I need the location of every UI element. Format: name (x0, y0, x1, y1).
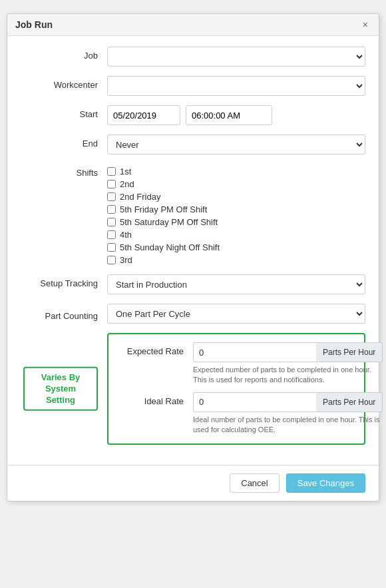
dialog-body: Job Workcenter Start (7, 36, 379, 465)
dialog-header: Job Run × (7, 14, 379, 36)
shift-label-2nd: 2nd (120, 179, 134, 189)
setup-tracking-control: Start in Production (107, 274, 365, 294)
setup-tracking-select[interactable]: Start in Production (107, 274, 365, 294)
dialog-title: Job Run (15, 19, 53, 30)
job-label: Job (21, 47, 107, 61)
shifts-list: 1st 2nd 2nd Friday 5th Friday PM Off Shi… (107, 164, 365, 265)
workcenter-control (107, 76, 365, 96)
list-item: 4th (107, 230, 365, 240)
end-label: End (21, 135, 107, 148)
shifts-row: Shifts 1st 2nd 2nd Friday (21, 164, 365, 265)
shift-checkbox-5th-saturday[interactable] (107, 218, 116, 226)
ideal-rate-control: Parts Per Hour Ideal number of parts to … (193, 392, 383, 436)
list-item: 3rd (107, 255, 365, 265)
shift-checkbox-5th-friday[interactable] (107, 205, 116, 214)
setup-tracking-row: Setup Tracking Start in Production (21, 274, 365, 294)
shift-label-5th-saturday: 5th Saturday PM Off Shift (120, 217, 218, 227)
ideal-rate-input[interactable] (193, 392, 316, 412)
part-counting-row: Part Counting One Part Per Cycle (21, 304, 365, 324)
expected-rate-label: Expected Rate (116, 342, 193, 356)
ideal-rate-input-group: Parts Per Hour (193, 392, 383, 412)
job-control (107, 47, 365, 67)
shift-label-5th-friday: 5th Friday PM Off Shift (120, 204, 207, 214)
expected-rate-description: Expected number of parts to be completed… (193, 365, 383, 386)
shifts-control: 1st 2nd 2nd Friday 5th Friday PM Off Shi… (107, 164, 365, 265)
list-item: 2nd Friday (107, 192, 365, 202)
shift-checkbox-5th-sunday[interactable] (107, 243, 116, 252)
end-control: Never (107, 135, 365, 154)
list-item: 1st (107, 166, 365, 176)
varies-line2: System Setting (45, 383, 76, 404)
shifts-label: Shifts (21, 164, 107, 178)
cancel-button[interactable]: Cancel (230, 473, 279, 493)
rate-highlighted-box: Varies By System Setting Expected Rate P… (107, 333, 365, 445)
job-run-dialog: Job Run × Job Workcenter Start (7, 13, 379, 501)
shift-checkbox-4th[interactable] (107, 230, 116, 239)
shift-checkbox-2nd[interactable] (107, 180, 116, 188)
shift-label-2nd-friday: 2nd Friday (120, 192, 160, 202)
expected-rate-input-group: Parts Per Hour (193, 342, 383, 362)
start-row: Start (21, 105, 365, 125)
end-row: End Never (21, 135, 365, 154)
start-label: Start (21, 105, 107, 119)
expected-rate-addon: Parts Per Hour (316, 342, 383, 362)
expected-rate-input[interactable] (193, 342, 316, 362)
varies-badge: Varies By System Setting (23, 366, 98, 411)
list-item: 2nd (107, 179, 365, 189)
expected-rate-control: Parts Per Hour Expected number of parts … (193, 342, 383, 386)
shift-checkbox-2nd-friday[interactable] (107, 192, 116, 201)
setup-tracking-label: Setup Tracking (21, 274, 107, 288)
ideal-rate-addon: Parts Per Hour (316, 392, 383, 412)
workcenter-select[interactable] (107, 76, 365, 96)
shift-label-3rd: 3rd (120, 255, 132, 265)
expected-rate-row: Expected Rate Parts Per Hour Expected nu… (116, 342, 356, 386)
save-changes-button[interactable]: Save Changes (286, 473, 365, 493)
ideal-rate-row: Ideal Rate Parts Per Hour Ideal number o… (116, 392, 356, 436)
start-control (107, 105, 365, 125)
highlighted-inner: Expected Rate Parts Per Hour Expected nu… (116, 342, 356, 436)
part-counting-select[interactable]: One Part Per Cycle (107, 304, 365, 324)
shift-checkbox-3rd[interactable] (107, 256, 116, 264)
ideal-rate-description: Ideal number of parts to be completed in… (193, 415, 383, 436)
part-counting-control: One Part Per Cycle (107, 304, 365, 324)
workcenter-row: Workcenter (21, 76, 365, 96)
start-time-input[interactable] (186, 105, 272, 125)
workcenter-label: Workcenter (21, 76, 107, 90)
shift-checkbox-1st[interactable] (107, 167, 116, 176)
shift-label-4th: 4th (120, 230, 132, 240)
list-item: 5th Saturday PM Off Shift (107, 217, 365, 227)
shift-label-5th-sunday: 5th Sunday Night Off Shift (120, 242, 220, 252)
list-item: 5th Sunday Night Off Shift (107, 242, 365, 252)
end-select[interactable]: Never (107, 135, 365, 154)
list-item: 5th Friday PM Off Shift (107, 204, 365, 214)
varies-line1: Varies By (41, 372, 81, 382)
job-row: Job (21, 47, 365, 67)
job-select[interactable] (107, 47, 365, 67)
shift-label-1st: 1st (120, 166, 131, 176)
dialog-footer: Cancel Save Changes (7, 465, 379, 501)
start-date-input[interactable] (107, 105, 180, 125)
part-counting-label: Part Counting (21, 307, 107, 321)
close-button[interactable]: × (360, 19, 371, 30)
ideal-rate-label: Ideal Rate (116, 392, 193, 406)
